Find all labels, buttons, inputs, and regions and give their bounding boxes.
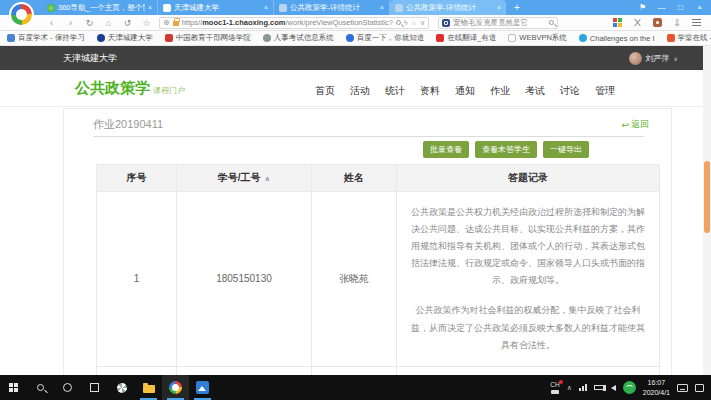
course-portal-link[interactable]: 课程门户 [153,86,185,95]
batch-view-button[interactable]: 批量查看 [423,141,469,158]
site-info-icon[interactable]: ⊕ [163,18,170,27]
ssl-lock-icon [173,21,179,26]
browser-tab-university[interactable]: 天津城建大学 × [158,0,274,15]
col-header-no: 序号 [97,165,177,192]
doc-favicon-icon [279,4,287,12]
browser-tab-strip: 360导航_一个主页，整个世界 × 天津城建大学 × 公共政策学-详情统计 × … [0,0,711,15]
answers-table: 序号 学号/工号∧ 姓名 答题记录 1 1805150130 张晓苑 公共政策是… [96,164,660,375]
language-indicator[interactable]: CH [550,381,559,393]
view-unanswered-button[interactable]: 查看未答学生 [475,141,537,158]
cell-answers: 公共政策是社会公共权威在特定情景中，为达到一定目标而制定的行动方案或行动准则。 … [397,366,660,375]
browser-tab-360nav[interactable]: 360导航_一个主页，整个世界 × [42,0,158,15]
nav-item-exam[interactable]: 考试 [525,84,545,98]
browser-tab-statistic-1[interactable]: 公共政策学-详情统计 × [274,0,390,15]
nav-item-homework[interactable]: 作业 [490,84,510,98]
learning-app-button[interactable] [189,375,216,400]
network-signal-icon[interactable] [579,384,587,391]
table-row[interactable]: 1 1805150130 张晓苑 公共政策是公共权力机关经由政治过程所选择和制定… [97,192,660,367]
answer-text: 公共政策作为对社会利益的权威分配，集中反映了社会利益，从而决定了公共政策必须反映… [407,302,649,353]
browser-search-box[interactable]: 宠物毛发克星竟然是它 [438,17,558,29]
bookmark-item[interactable]: 人事考试信息系统 [263,33,334,43]
export-button[interactable]: 一键导出 [543,141,589,158]
close-window-button[interactable]: × [690,0,709,15]
tab-close-icon[interactable]: × [380,4,384,11]
scrollbar-thumb[interactable] [704,161,710,233]
zoom-icon[interactable] [396,20,401,25]
tab-close-icon[interactable]: × [497,4,501,11]
nav-item-manage[interactable]: 管理 [595,84,615,98]
bookmark-item[interactable]: 天津城建大学 [97,33,153,43]
bookmark-star-icon[interactable]: ☆ [411,19,417,27]
tab-close-icon[interactable]: × [148,4,152,11]
apps-grid-icon[interactable] [613,18,622,27]
nav-item-notice[interactable]: 通知 [455,84,475,98]
skin-flag-icon[interactable]: ⚑ [633,0,652,15]
bookmark-item[interactable]: 在线翻译_有道 [436,33,496,43]
touch-keyboard-icon[interactable] [677,384,688,392]
download-icon[interactable]: ⇩ [673,18,681,28]
bookmark-item[interactable]: 百度一下，你就知道 [346,33,425,43]
media-game-icon[interactable] [653,18,662,27]
search-suggestion-text[interactable]: 宠物毛发克星竟然是它 [453,18,546,28]
bookmarks-bar: 百度学术 - 保持学习 天津城建大学 中国教育干部网络学院 人事考试信息系统 百… [0,31,711,46]
bookmark-item[interactable]: WEBVPN系统 [508,33,567,43]
restore-session-button[interactable]: ↺ [118,18,137,28]
cell-no: 2 [97,366,177,375]
task-view-button[interactable] [81,375,108,400]
col-header-student-id[interactable]: 学号/工号∧ [177,165,312,192]
sort-asc-icon[interactable]: ∧ [265,175,271,182]
maximize-button[interactable]: □ [671,0,690,15]
url-dropdown-icon[interactable]: ∨ [420,19,425,27]
cortana-icon [63,383,72,392]
360-browser-taskbar-button[interactable] [162,375,189,400]
browser-tab-statistic-2-active[interactable]: 公共政策学-详情统计 × [390,0,506,15]
nav-item-statistics[interactable]: 统计 [385,84,405,98]
search-icon[interactable] [549,20,554,25]
bookmark-item[interactable]: 百度学术 - 保持学习 [7,33,85,43]
cortana-button[interactable] [54,375,81,400]
forward-button[interactable]: › [61,18,80,28]
refresh-button[interactable]: ↻ [80,18,99,28]
divider [93,136,644,137]
new-tab-button[interactable]: + [506,0,528,15]
screenshot-scissors-icon[interactable] [633,18,642,27]
col-header-record: 答题记录 [397,165,660,192]
minimize-button[interactable]: — [652,0,671,15]
taskbar-search-button[interactable] [27,375,54,400]
nav-item-home[interactable]: 首页 [315,84,335,98]
user-menu[interactable]: 刘严萍 ∨ [629,52,678,65]
tab-title: 公共政策学-详情统计 [406,3,494,13]
bookmark-item[interactable]: Challenges on the I [579,34,655,43]
page-scrollbar[interactable] [703,46,711,375]
folder-icon [143,385,155,393]
url-text[interactable]: https//mooc1-1.chaoxing.com/work/preView… [182,18,393,27]
file-explorer-button[interactable] [135,375,162,400]
tab-close-icon[interactable]: × [264,4,268,11]
action-center-icon[interactable] [695,384,704,392]
start-button[interactable] [0,375,27,400]
avatar[interactable] [629,52,642,65]
course-header: 公共政策学课程门户 首页 活动 统计 资料 通知 作业 考试 讨论 管理 [0,70,703,107]
360-security-button[interactable] [108,375,135,400]
back-link[interactable]: ↩ 返回 [621,118,649,131]
taskbar-clock[interactable]: 16:072020/4/1 [643,378,670,397]
home-button[interactable]: ⌂ [99,18,118,28]
nav-item-materials[interactable]: 资料 [420,84,440,98]
speed-mode-icon[interactable]: ϟ [404,19,408,26]
tray-expand-icon[interactable]: ∧ [567,384,572,392]
tab-title: 天津城建大学 [174,3,261,13]
nav-item-discussion[interactable]: 讨论 [560,84,580,98]
360-speedball-icon[interactable] [623,381,636,394]
back-button[interactable]: ‹ [42,18,61,28]
cell-name: 张晓苑 [312,192,397,367]
menu-icon[interactable] [692,19,701,26]
360-browser-logo-icon[interactable] [9,2,34,27]
nav-item-activity[interactable]: 活动 [350,84,370,98]
bookmark-favicon-icon [165,34,173,42]
table-row[interactable]: 2 1805150125 马瑞雪 公共政策是社会公共权威在特定情景中，为达到一定… [97,366,660,375]
bookmark-item[interactable]: 学堂在线 - FMGate [667,33,711,43]
favorites-star-button[interactable]: ☆ [137,18,156,28]
bookmark-item[interactable]: 中国教育干部网络学院 [165,33,251,43]
address-bar[interactable]: ⊕ https//mooc1-1.chaoxing.com/work/preVi… [159,17,429,29]
speaker-icon[interactable] [611,385,616,391]
